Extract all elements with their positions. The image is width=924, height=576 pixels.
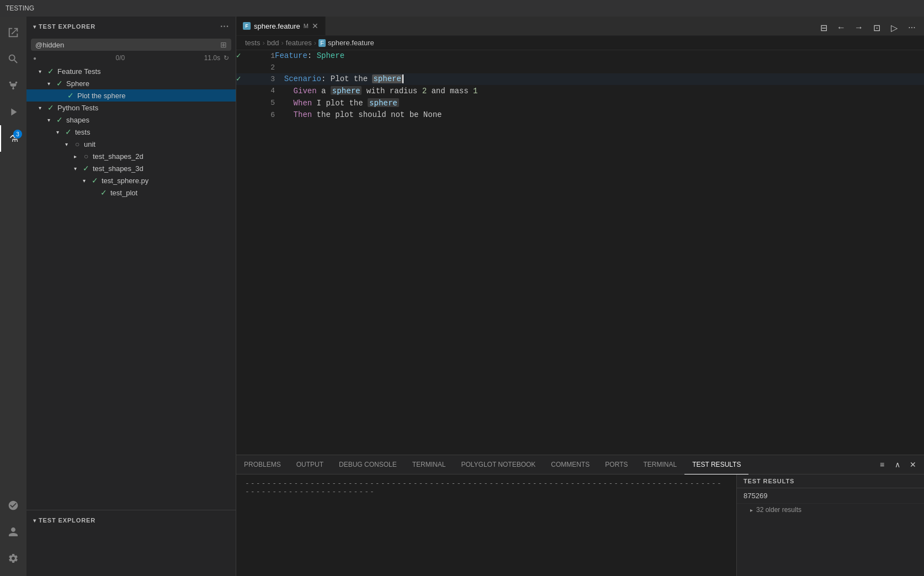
line-status-3: ✓ [236, 74, 241, 83]
panel-list-icon[interactable]: ≡ [875, 458, 889, 471]
sidebar-bottom-header: ▾ TEST EXPLORER [26, 510, 236, 530]
tree-item-content: ✓ Feature Tests [31, 67, 231, 76]
token-then: Then [294, 110, 312, 119]
tab-polyglot-notebook[interactable]: POLYGLOT NOTEBOOK [453, 455, 543, 474]
tab-problems[interactable]: PROBLEMS [236, 455, 289, 474]
sidebar-header: ▾ TEST EXPLORER ··· [26, 17, 236, 36]
tab-output[interactable]: OUTPUT [289, 455, 331, 474]
tree-item-test-shapes-3d[interactable]: ✓ test_shapes_3d [26, 162, 236, 174]
remote-activity-icon[interactable] [0, 492, 26, 519]
token-the-plot: the plot should not be None [312, 110, 442, 119]
tree-item-content: ✓ test_shapes_3d [31, 164, 231, 173]
code-row-5: 5 When I plot the sphere [236, 97, 924, 109]
chevron-tests[interactable] [53, 127, 62, 136]
tree-item-tests[interactable]: ✓ tests [26, 126, 236, 138]
sidebar-collapse-icon[interactable]: ▾ [33, 24, 36, 30]
token-sphere-code-5: sphere [368, 98, 399, 107]
tree-item-content: ✓ shapes [31, 115, 231, 124]
chevron-feature-tests[interactable] [35, 67, 44, 76]
label-plot-the-sphere: Plot the sphere [77, 92, 125, 100]
status-feature-tests: ✓ [46, 67, 55, 76]
code-content-4: Given a sphere with radius 2 and mass 1 [275, 85, 924, 97]
status-test-sphere-py: ✓ [91, 176, 99, 185]
tree-item-unit[interactable]: ○ unit [26, 138, 236, 150]
editor-area: F sphere.feature M ✕ ⊟ ← → ⊡ ▷ ··· tests… [236, 17, 924, 576]
chevron-test-shapes-3d[interactable] [71, 164, 79, 173]
svg-point-1 [9, 82, 12, 84]
settings-activity-icon[interactable] [0, 545, 26, 572]
status-shapes: ✓ [55, 115, 64, 124]
more-tab-icon[interactable]: ··· [904, 20, 920, 35]
app-body: ⚗ 3 ▾ TEST EXPLORER · [0, 17, 924, 576]
breadcrumb-features[interactable]: features [286, 39, 312, 47]
chevron-unit[interactable] [62, 140, 71, 148]
forward-icon[interactable]: → [851, 20, 867, 35]
tab-terminal[interactable]: TERMINAL [405, 455, 454, 474]
search-input[interactable] [35, 41, 218, 49]
run-tab-icon[interactable]: ▷ [886, 20, 902, 35]
tab-bar: F sphere.feature M ✕ ⊟ ← → ⊡ ▷ ··· [236, 17, 924, 36]
code-row-3: ✓ 3 Scenario: Plot the sphere [236, 73, 924, 85]
test-result-older[interactable]: ▸ 32 older results [737, 504, 924, 516]
svg-point-2 [15, 82, 18, 84]
refresh-icon[interactable]: ↻ [224, 54, 229, 62]
token-scenario: Scenario [284, 74, 321, 83]
tree-item-content: ✓ Plot the sphere [31, 91, 231, 100]
tree-item-plot-the-sphere[interactable]: ✓ Plot the sphere ▷ ⚡ ⊡ [26, 89, 236, 102]
chevron-shapes[interactable] [44, 115, 53, 124]
chevron-test-shapes-2d[interactable] [71, 152, 79, 161]
panel-up-icon[interactable]: ∧ [891, 458, 904, 471]
tab-test-results[interactable]: TEST RESULTS [684, 455, 748, 474]
filter-icon[interactable]: ⊞ [220, 40, 227, 49]
tree-item-sphere[interactable]: ✓ Sphere [26, 77, 236, 89]
tab-comments[interactable]: COMMENTS [543, 455, 597, 474]
token-and: and mass [427, 87, 473, 95]
sidebar-bottom-title: TEST EXPLORER [39, 517, 95, 524]
label-test-shapes-3d: test_shapes_3d [93, 164, 144, 173]
sidebar-bottom-collapse-icon[interactable]: ▾ [33, 518, 36, 524]
code-row-6: 6 Then the plot should not be None [236, 109, 924, 121]
layout-icon[interactable]: ⊟ [816, 20, 831, 35]
tree-item-shapes[interactable]: ✓ shapes [26, 114, 236, 126]
sidebar-title: TEST EXPLORER [39, 23, 95, 30]
code-editor[interactable]: ✓ 1 Feature: Sphere 2 [236, 50, 924, 455]
panel-close-icon[interactable]: ✕ [906, 458, 920, 471]
gutter-6 [236, 109, 247, 121]
tree-item-test-plot[interactable]: ✓ test_plot [26, 186, 236, 199]
chevron-sphere[interactable] [44, 79, 53, 88]
label-test-plot: test_plot [110, 189, 137, 197]
label-unit: unit [84, 140, 95, 148]
sidebar: ▾ TEST EXPLORER ··· ⊞ ● 0/0 11.0s ↻ [26, 17, 236, 576]
breadcrumb-file[interactable]: Fsphere.feature [318, 39, 374, 47]
back-icon[interactable]: ← [833, 20, 849, 35]
source-control-activity-icon[interactable] [0, 72, 26, 99]
tab-ports[interactable]: PORTS [597, 455, 635, 474]
sidebar-more-icon[interactable]: ··· [220, 22, 229, 31]
status-test-shapes-3d: ✓ [82, 164, 91, 173]
chevron-python-tests[interactable] [35, 103, 44, 112]
breadcrumb-bdd[interactable]: bdd [267, 39, 279, 47]
search-activity-icon[interactable] [0, 46, 26, 72]
tab-close-btn[interactable]: ✕ [312, 22, 318, 30]
account-activity-icon[interactable] [0, 519, 26, 545]
split-icon[interactable]: ⊡ [869, 20, 884, 35]
tab-sphere-feature[interactable]: F sphere.feature M ✕ [236, 17, 326, 35]
explorer-activity-icon[interactable] [0, 19, 26, 46]
bottom-panel: PROBLEMS OUTPUT DEBUG CONSOLE TERMINAL P… [236, 455, 924, 576]
code-row-2: 2 [236, 62, 924, 73]
tab-terminal-2[interactable]: TERMINAL [635, 455, 684, 474]
breadcrumb-tests[interactable]: tests [245, 39, 260, 47]
testing-activity-icon[interactable]: ⚗ 3 [0, 125, 26, 152]
breadcrumb-sep-3: › [314, 39, 316, 47]
tree-item-test-sphere-py[interactable]: ✓ test_sphere.py [26, 174, 236, 186]
cursor [402, 74, 408, 83]
tree-item-python-tests[interactable]: ✓ Python Tests [26, 102, 236, 114]
token-indent-4 [275, 87, 294, 95]
tree-item-test-shapes-2d[interactable]: ○ test_shapes_2d [26, 150, 236, 162]
tab-debug-console[interactable]: DEBUG CONSOLE [331, 455, 405, 474]
chevron-test-sphere-py[interactable] [79, 176, 88, 185]
token-indent-3 [275, 74, 284, 83]
tree-item-feature-tests[interactable]: ✓ Feature Tests [26, 65, 236, 77]
activity-bottom [0, 492, 26, 576]
run-activity-icon[interactable] [0, 99, 26, 125]
